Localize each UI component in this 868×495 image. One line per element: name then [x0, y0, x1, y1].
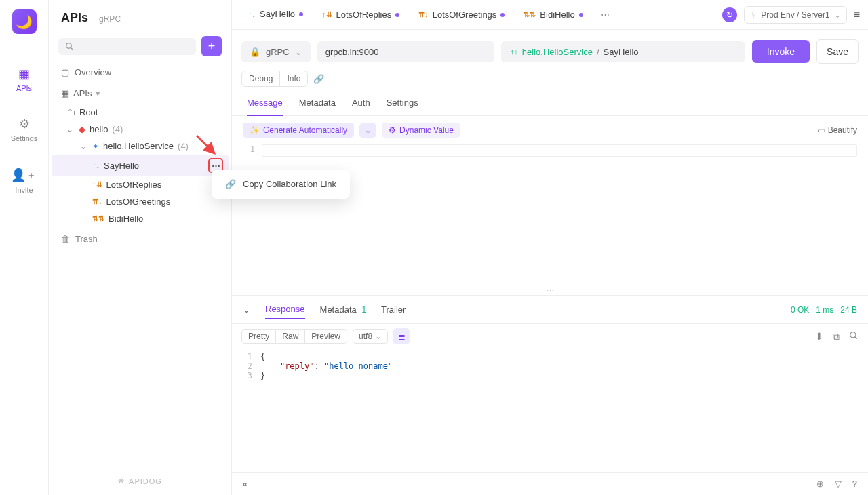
main-menu-button[interactable]: ≡	[854, 9, 860, 21]
sidebar-apis-header[interactable]: ▦ APIs ▾	[49, 83, 231, 104]
beautify-button[interactable]: ▭ Beautify	[818, 125, 857, 135]
dynamic-value-button[interactable]: ⚙ Dynamic Value	[382, 123, 460, 138]
share-link-icon[interactable]: 🔗	[313, 74, 324, 84]
branch-icon: ⑂	[751, 10, 756, 20]
info-label: Info	[287, 74, 300, 83]
request-body-editor[interactable]: 1	[232, 144, 868, 287]
sidebar-tree: 🗀 Root ⌄ ◆ hello (4) ⌄ ✦ hello.HelloServ…	[49, 104, 231, 227]
line-number: 1	[241, 352, 260, 361]
footer-collapse-left[interactable]: «	[243, 479, 248, 489]
ctx-copy-collab-link[interactable]: 🔗 Copy Collaboration Link	[216, 174, 346, 195]
add-button[interactable]: +	[201, 36, 222, 56]
generate-button[interactable]: ✨ Generate Automatically	[243, 123, 354, 138]
subtab-row: Debug Info 🔗	[232, 64, 868, 87]
footer-add-icon[interactable]: ⊕	[816, 479, 824, 489]
nav-invite-label: Invite	[15, 186, 33, 194]
filter-button[interactable]: ≣	[393, 328, 410, 344]
response-body[interactable]: 1{ 2 "reply": "hello noname" 3}	[232, 349, 868, 472]
debug-tab[interactable]: Debug	[242, 71, 279, 86]
nav-invite[interactable]: 👤﹢ Invite	[0, 161, 48, 199]
debug-info-group: Debug Info	[241, 71, 308, 87]
sidebar-trash[interactable]: 🗑 Trash	[49, 227, 231, 251]
splitter-handle[interactable]: ⋯	[232, 287, 868, 295]
nav-rail: 🌙 ▦ APIs ⚙ Settings 👤﹢ Invite	[0, 0, 49, 495]
invoke-label: Invoke	[767, 46, 795, 57]
tab-metadata[interactable]: Metadata	[299, 94, 336, 115]
tree-item-lotsofgreetings[interactable]: ⇈↓ LotsOfGreetings	[52, 193, 229, 210]
overview-label: Overview	[75, 67, 111, 77]
apis-header-caret: ▾	[96, 88, 100, 98]
tree-item-bidihello[interactable]: ⇅⇅ BidiHello	[52, 210, 229, 227]
tab-sayhello[interactable]: ↑↓ SayHello	[240, 0, 311, 30]
view-raw-label: Raw	[282, 332, 298, 341]
root-label: Root	[79, 107, 98, 117]
response-search-icon[interactable]	[849, 331, 859, 342]
method-selector[interactable]: ↑↓ hello.HelloService / SayHello	[501, 41, 745, 62]
editor-line[interactable]	[262, 144, 857, 157]
tab-auth-label: Auth	[352, 98, 370, 108]
tab-req-settings[interactable]: Settings	[387, 94, 418, 115]
app-logo[interactable]: 🌙	[12, 9, 37, 34]
encoding-selector[interactable]: utf8 ⌄	[353, 329, 388, 344]
request-row: 🔒 gRPC ⌄ grpcb.in:9000 ↑↓ hello.HelloSer…	[232, 30, 868, 64]
view-raw[interactable]: Raw	[276, 329, 305, 344]
nav-apis-label: APIs	[16, 84, 32, 92]
save-button[interactable]: Save	[816, 39, 859, 64]
response-size: 24 B	[840, 305, 857, 315]
view-pretty[interactable]: Pretty	[241, 329, 276, 344]
apis-header-label: APIs	[73, 88, 92, 98]
footer-filter-icon[interactable]: ▽	[835, 479, 842, 489]
response-copy-icon[interactable]: ⧉	[833, 331, 840, 342]
chevron-down-icon: ⌄	[80, 142, 88, 151]
search-input[interactable]	[58, 38, 196, 55]
tree-service[interactable]: ⌄ ✦ hello.HelloService (4)	[52, 138, 229, 155]
tab-sayhello-label: SayHello	[260, 9, 295, 19]
invoke-button[interactable]: Invoke	[752, 40, 810, 63]
tree-root[interactable]: 🗀 Root	[52, 104, 229, 121]
nav-apis[interactable]: ▦ APIs	[0, 61, 48, 98]
folder-icon: 🗀	[66, 107, 75, 117]
response-status: 0 OK	[791, 305, 809, 315]
nav-settings[interactable]: ⚙ Settings	[0, 111, 48, 148]
protocol-label: gRPC	[266, 47, 290, 57]
tab-message[interactable]: Message	[247, 94, 283, 116]
env-refresh-button[interactable]: ↻	[722, 7, 737, 22]
unsaved-dot	[500, 13, 505, 17]
response-save-icon[interactable]: ⬇	[815, 331, 823, 342]
tab-lotsofgreetings[interactable]: ⇈↓ LotsOfGreetings	[410, 0, 513, 30]
response-tab[interactable]: Response	[265, 300, 305, 319]
response-collapse-toggle[interactable]: ⌄	[243, 304, 250, 315]
tabs-more-button[interactable]: ⋯	[594, 9, 616, 20]
url-input[interactable]: grpcb.in:9000	[317, 41, 494, 62]
tab-lotsofreplies[interactable]: ↑⇊ LotsOfReplies	[314, 0, 408, 30]
trash-icon: 🗑	[61, 234, 70, 244]
sidebar-overview[interactable]: ▢ Overview	[49, 62, 231, 83]
view-preview-label: Preview	[311, 332, 340, 341]
tab-auth[interactable]: Auth	[352, 94, 370, 115]
tab-bidihello[interactable]: ⇅⇅ BidiHello	[515, 0, 591, 30]
response-tab-label: Response	[265, 304, 305, 314]
response-trailer-tab[interactable]: Trailer	[381, 300, 406, 319]
env-selector[interactable]: ⑂ Prod Env / Server1	[744, 6, 847, 24]
search-icon	[65, 42, 74, 51]
generate-dropdown[interactable]: ⌄	[359, 123, 376, 138]
tree-sayhello-label: SayHello	[104, 161, 139, 171]
context-menu: 🔗 Copy Collaboration Link	[212, 170, 350, 199]
sidebar: APIs gRPC + ▢ Overview ▦ APIs ▾ 🗀 Root ⌄	[49, 0, 232, 495]
tree-hello[interactable]: ⌄ ◆ hello (4)	[52, 121, 229, 138]
line-number: 2	[241, 361, 260, 371]
view-preview[interactable]: Preview	[305, 329, 347, 344]
nav-settings-label: Settings	[11, 134, 38, 142]
env-label: Prod Env / Server1	[761, 10, 829, 20]
protocol-selector[interactable]: 🔒 gRPC ⌄	[241, 41, 311, 62]
dynamic-label: Dynamic Value	[399, 125, 454, 135]
response-metadata-tab[interactable]: Metadata 1	[320, 300, 367, 319]
tree-item-lotsofreplies[interactable]: ↑⇊ LotsOfReplies	[52, 176, 229, 193]
beautify-label: Beautify	[828, 125, 857, 135]
unsaved-dot	[299, 12, 303, 16]
tree-item-sayhello[interactable]: ↑↓ SayHello ⋯	[52, 155, 229, 176]
footer-help-icon[interactable]: ?	[852, 479, 857, 489]
info-tab[interactable]: Info	[279, 71, 307, 86]
chevron-down-icon: ⌄	[66, 125, 75, 134]
lock-icon: 🔒	[250, 47, 260, 57]
